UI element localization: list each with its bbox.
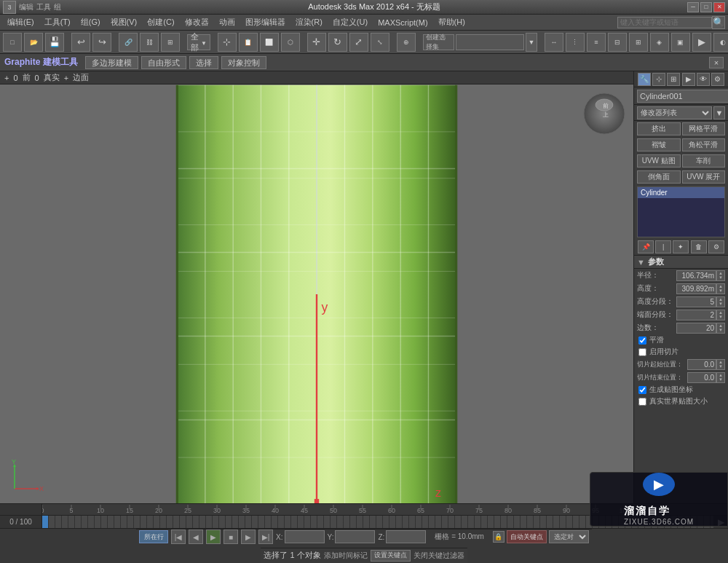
viewport-shading-label[interactable]: 真实	[44, 72, 60, 83]
prev-frame-button[interactable]: |◀	[171, 529, 186, 544]
mesh-smooth-button[interactable]: 网格平滑	[682, 122, 726, 135]
material-button[interactable]: ◈	[650, 33, 669, 52]
z-input[interactable]	[386, 530, 426, 543]
cap-seg-down[interactable]: ▼	[717, 315, 724, 320]
height-seg-down[interactable]: ▼	[717, 302, 724, 307]
height-down[interactable]: ▼	[717, 288, 724, 294]
slice-from-spinner[interactable]: ▲ ▼	[716, 359, 725, 370]
motion-panel-icon[interactable]: ▶	[682, 73, 695, 86]
radius-spinner[interactable]: ▲ ▼	[716, 270, 725, 281]
graphite-close-button[interactable]: ×	[709, 57, 724, 68]
align-button[interactable]: ⋮	[566, 33, 585, 52]
search-input[interactable]	[617, 17, 712, 28]
viewport-edge-label[interactable]: 边面	[73, 72, 89, 83]
modifier-dropdown-arrow[interactable]: ▼	[713, 106, 725, 119]
uvw-expand-button[interactable]: UVW 展开	[682, 170, 726, 184]
height-input[interactable]	[676, 283, 716, 294]
menu-render[interactable]: 渲染(R)	[291, 15, 327, 29]
menu-edit[interactable]: 编辑	[19, 2, 33, 12]
slice-from-input[interactable]	[687, 359, 716, 370]
link-button[interactable]: 🔗	[119, 33, 138, 52]
render-button[interactable]: ▶	[692, 33, 711, 52]
slice-to-down[interactable]: ▼	[717, 377, 724, 382]
layer-button[interactable]: ⊟	[608, 33, 627, 52]
menu-tools[interactable]: 工具(T)	[40, 15, 75, 29]
selection-mode-button[interactable]: 选择	[189, 56, 218, 69]
real-world-checkbox[interactable]	[638, 398, 646, 406]
bind-button[interactable]: ⊞	[161, 33, 180, 52]
menu-create[interactable]: 创建(C)	[143, 15, 178, 29]
utility-panel-icon[interactable]: ⚙	[711, 73, 724, 86]
slice-from-down[interactable]: ▼	[717, 364, 724, 369]
set-key-button[interactable]: 设置关键点	[371, 550, 411, 562]
create-panel-icon[interactable]: ⊹	[652, 73, 665, 86]
x-input[interactable]	[285, 530, 325, 543]
show-end-result-button[interactable]: |	[655, 240, 671, 253]
new-button[interactable]: □	[3, 33, 22, 52]
height-seg-input[interactable]	[676, 296, 716, 307]
move-button[interactable]: ✛	[307, 33, 326, 52]
redo-button[interactable]: ↪	[92, 33, 111, 52]
sides-down[interactable]: ▼	[717, 328, 724, 333]
uvw-map-button[interactable]: UVW 贴图	[637, 154, 681, 168]
modifier-list-dropdown[interactable]: 修改器列表	[637, 106, 712, 119]
open-button[interactable]: 📂	[24, 33, 43, 52]
next-key-button[interactable]: ▶	[241, 529, 256, 544]
menu-view[interactable]: 视图(V)	[106, 15, 142, 29]
remove-modifier-button[interactable]: 🗑	[691, 240, 707, 253]
save-button[interactable]: 💾	[45, 33, 64, 52]
slice-to-input[interactable]	[687, 372, 716, 383]
free-form-button[interactable]: 自由形式	[141, 56, 186, 69]
scale-type-button[interactable]: ⤡	[371, 33, 389, 52]
height-spinner[interactable]: ▲ ▼	[716, 283, 725, 294]
object-name-input[interactable]: Cylinder001	[637, 90, 728, 103]
menu-customize[interactable]: 自定义(U)	[328, 15, 372, 29]
slice-to-spinner[interactable]: ▲ ▼	[716, 372, 725, 383]
viewport-content[interactable]: y z	[0, 84, 633, 503]
viewport-view-label[interactable]: 前	[23, 72, 31, 83]
configure-buttons[interactable]: ⚙	[708, 240, 724, 253]
lathe-button[interactable]: 车削	[682, 154, 726, 168]
prev-key-button[interactable]: ◀	[189, 529, 203, 544]
window-crossing-button[interactable]: ⬡	[281, 33, 300, 52]
scale-button[interactable]: ⤢	[349, 33, 368, 52]
unlink-button[interactable]: ⛓	[140, 33, 159, 52]
polygon-modeling-button[interactable]: 多边形建模	[85, 56, 138, 69]
align-view-button[interactable]: ≡	[587, 33, 606, 52]
maximize-button[interactable]: □	[700, 2, 712, 12]
extrude-button[interactable]: 挤出	[637, 122, 681, 135]
modifier-stack-item[interactable]: Cylinder	[638, 187, 724, 198]
stop-button[interactable]: ■	[223, 529, 238, 544]
smooth-checkbox[interactable]	[638, 336, 646, 345]
object-paint-button[interactable]: 对象控制	[221, 56, 266, 69]
gen-coords-checkbox[interactable]	[638, 386, 646, 394]
menu-animation[interactable]: 动画	[215, 15, 240, 29]
coord-system-button[interactable]: ⊕	[397, 33, 416, 52]
play-button[interactable]: ▶	[206, 529, 221, 544]
render-setup-button[interactable]: ▣	[671, 33, 690, 52]
parameters-title[interactable]: ▼ 参数	[634, 256, 728, 269]
search-button[interactable]: 🔍	[712, 16, 725, 29]
select-by-name-button[interactable]: 📋	[239, 33, 258, 52]
slice-on-checkbox[interactable]	[638, 348, 646, 356]
menu-group[interactable]: 组(G)	[76, 15, 105, 29]
modify-panel-icon[interactable]: 🔧	[638, 73, 651, 86]
cap-seg-input[interactable]	[676, 310, 716, 320]
viewport-compass[interactable]: 前 上	[582, 92, 626, 135]
activeshade-button[interactable]: ◐	[713, 33, 728, 52]
radius-input[interactable]	[676, 270, 716, 281]
undo-button[interactable]: ↩	[71, 33, 90, 52]
menu-maxscript[interactable]: MAXScript(M)	[373, 17, 432, 28]
menu-group[interactable]: 组	[54, 2, 61, 12]
rect-select-button[interactable]: ⬜	[260, 33, 279, 52]
autokey-button[interactable]: 自动关键点	[507, 530, 547, 543]
y-input[interactable]	[335, 530, 375, 543]
sides-spinner[interactable]: ▲ ▼	[716, 323, 725, 334]
select-object-button[interactable]: ⊹	[218, 33, 237, 52]
mirror-button[interactable]: ↔	[545, 33, 563, 52]
viewport[interactable]: + 0 前 0 真实 + 边面	[0, 71, 633, 503]
cap-seg-spinner[interactable]: ▲ ▼	[716, 310, 725, 320]
rotate-button[interactable]: ↻	[328, 33, 347, 52]
close-button[interactable]: ✕	[713, 2, 725, 12]
make-unique-button[interactable]: ✦	[673, 240, 689, 253]
